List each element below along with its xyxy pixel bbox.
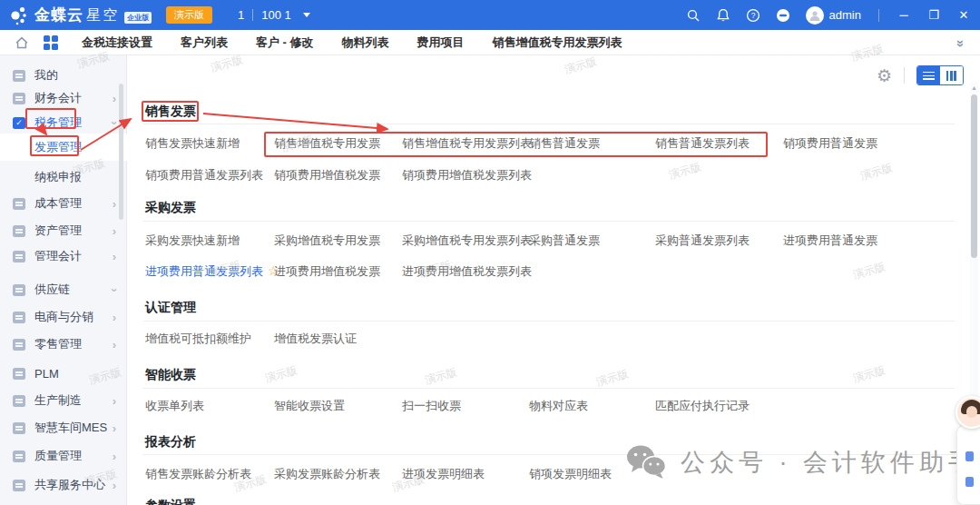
notification-bell-icon[interactable] <box>716 8 730 23</box>
sidebar-item-tax-management[interactable]: ✓ 税务管理 › <box>0 109 127 136</box>
demo-version-badge: 演示版 <box>166 6 212 24</box>
menu-item[interactable]: 匹配应付执行记录 <box>655 398 750 414</box>
minimize-button[interactable]: ─ <box>897 8 911 23</box>
sidebar-item-ecommerce-distribution[interactable]: 电商与分销 › <box>0 303 127 331</box>
menu-item[interactable]: 采购增值税专用发票列表 <box>402 233 532 249</box>
menu-item[interactable]: 采购增值税专用发票 <box>274 233 380 249</box>
menu-item[interactable]: 智能收票设置 <box>274 398 345 414</box>
assistant-panel[interactable] <box>956 425 980 505</box>
caret-down-icon <box>303 13 310 17</box>
menu-item[interactable]: 采购普通发票列表 <box>655 233 750 249</box>
sidebar-item-asset-management[interactable]: 资产管理 › <box>0 217 127 244</box>
menu-item[interactable]: 销售发票快速新增 <box>145 135 240 152</box>
user-menu[interactable]: admin <box>806 6 861 25</box>
scrollbar-thumb[interactable] <box>971 94 977 258</box>
sidebar-item-management-accounting[interactable]: 管理会计 › <box>0 243 127 270</box>
sidebar-item-financial-accounting[interactable]: 财务会计 › <box>0 84 127 112</box>
menu-item[interactable]: 物料对应表 <box>529 398 588 414</box>
cost-management-icon <box>13 198 25 210</box>
menu-item[interactable]: 采购发票账龄分析表 <box>274 466 380 482</box>
section-title-purchase-invoice: 采购发票 <box>145 200 196 216</box>
sidebar-item-production-manufacturing[interactable]: 生产制造 › <box>0 387 127 414</box>
all-apps-grid-icon[interactable] <box>44 35 58 50</box>
menu-item[interactable]: 销项发票明细表 <box>529 466 612 482</box>
organization-selector[interactable]: 1 100 1 <box>238 8 310 22</box>
section-divider <box>143 124 955 124</box>
menu-item[interactable]: 进项发票明细表 <box>402 466 485 482</box>
section-divider <box>143 221 955 222</box>
chevron-right-icon: › <box>113 311 116 324</box>
tools-divider <box>904 67 905 84</box>
menu-item[interactable]: 销售增值税专用发票 <box>274 135 380 152</box>
menu-item[interactable]: 销售增值税专用发票列表 <box>402 135 532 152</box>
brand-name-light: 星空 <box>86 6 119 25</box>
financial-accounting-icon <box>13 93 25 104</box>
list-view-button[interactable] <box>917 66 940 84</box>
menu-item[interactable]: 增值税可抵扣额维护 <box>145 331 251 347</box>
menu-item[interactable]: 销项费用普通发票 <box>783 135 877 152</box>
menu-item[interactable]: 销售普通发票列表 <box>655 135 750 152</box>
home-icon[interactable] <box>15 35 29 50</box>
menu-item[interactable]: 销项费用普通发票列表 <box>145 167 263 183</box>
section-title-report-analysis: 报表分析 <box>145 434 196 451</box>
sidebar-item-invoice-management[interactable]: 发票管理 <box>0 134 127 161</box>
org-divider <box>252 9 253 21</box>
app-window: 金蝶云 星空 企业版 演示版 1 100 1 ? <box>0 0 980 505</box>
open-tabs-bar: 金税连接设置 客户列表 客户 - 修改 物料列表 费用项目 销售增值税专用发票列… <box>0 30 980 55</box>
close-button[interactable]: ✕ <box>956 8 971 23</box>
menu-item[interactable]: 进项费用增值税发票列表 <box>402 263 532 280</box>
sidebar-item-shared-service-center[interactable]: 共享服务中心 › <box>0 471 127 499</box>
tab-customer-edit[interactable]: 客户 - 修改 <box>256 35 314 51</box>
sidebar-item-retail-management[interactable]: 零售管理 › <box>0 331 127 358</box>
menu-item[interactable]: 增值税发票认证 <box>274 331 357 347</box>
wechat-promo-overlay: 公众号 · 会计软件助手 <box>624 443 977 481</box>
header-divider <box>878 9 879 22</box>
column-view-button[interactable] <box>940 66 963 84</box>
menu-item[interactable]: 采购普通发票 <box>529 233 600 249</box>
menu-item[interactable]: 销项费用增值税发票 <box>274 167 380 183</box>
menu-item[interactable]: 销售发票账龄分析表 <box>145 466 251 482</box>
menu-item[interactable]: 销售普通发票 <box>529 135 600 152</box>
supply-chain-icon <box>13 284 25 296</box>
menu-item[interactable]: 收票单列表 <box>145 398 204 414</box>
menu-item[interactable]: 采购发票快速新增 <box>145 233 240 249</box>
retail-management-icon <box>13 339 25 351</box>
tab-goldentax-settings[interactable]: 金税连接设置 <box>82 35 152 51</box>
sidebar-item-supply-chain[interactable]: 供应链 › <box>0 276 127 303</box>
sidebar-item-tax-declaration[interactable]: 纳税申报 <box>0 163 127 191</box>
help-icon[interactable]: ? <box>746 8 760 23</box>
sidebar-item-smart-workshop-mes[interactable]: 智慧车间MES › <box>0 414 127 441</box>
person-icon <box>808 9 821 22</box>
sidebar-item-cost-management[interactable]: 成本管理 › <box>0 190 127 217</box>
chevron-down-icon: › <box>107 288 121 292</box>
sidebar-scrollbar[interactable] <box>119 84 123 220</box>
assistant-menu-fragment <box>965 451 974 461</box>
chevron-right-icon: › <box>113 479 116 492</box>
menu-item[interactable]: 销项费用增值税发票列表 <box>402 167 532 183</box>
plm-icon <box>13 368 25 380</box>
section-title-parameter-settings: 参数设置 <box>145 498 196 505</box>
tab-sales-vat-invoice-list[interactable]: 销售增值税专用发票列表 <box>493 35 622 51</box>
sidebar-item-plm[interactable]: PLM <box>0 360 127 387</box>
gear-icon[interactable]: ⚙ <box>877 67 892 84</box>
menu-item[interactable]: 进项费用增值税发票 <box>274 263 380 280</box>
restore-button[interactable]: ❐ <box>926 8 941 23</box>
wechat-icon <box>624 443 668 481</box>
promo-text: 公众号 · 会计软件助手 <box>681 446 977 479</box>
tab-expense-items[interactable]: 费用项目 <box>417 35 465 51</box>
tab-material-list[interactable]: 物料列表 <box>342 35 389 51</box>
username: admin <box>829 8 861 22</box>
menu-item[interactable]: 扫一扫收票 <box>402 398 461 414</box>
scroll-up-arrow-icon[interactable]: ▲ <box>970 83 978 94</box>
do-not-disturb-icon[interactable] <box>776 8 790 23</box>
section-title-sales-invoice: 销售发票 <box>145 104 196 120</box>
menu-item-favorited[interactable]: 进项费用普通发票列表☆ <box>145 263 279 280</box>
search-icon[interactable] <box>686 8 701 23</box>
quality-icon <box>13 451 25 462</box>
production-icon <box>13 395 25 407</box>
tab-customer-list[interactable]: 客户列表 <box>181 35 228 51</box>
chevron-right-icon: › <box>113 450 116 463</box>
menu-item[interactable]: 进项费用普通发票 <box>783 233 877 249</box>
collapse-tabs-icon[interactable]: » <box>954 40 969 45</box>
sidebar-item-quality-management[interactable]: 质量管理 › <box>0 442 127 470</box>
